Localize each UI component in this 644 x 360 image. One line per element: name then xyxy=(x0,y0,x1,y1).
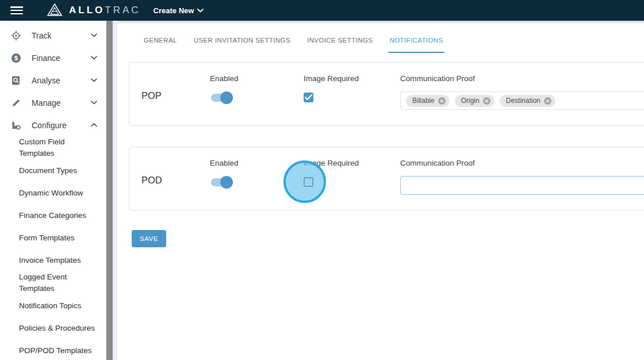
tag-origin: Origin ✕ xyxy=(455,95,494,107)
pop-enabled-toggle[interactable] xyxy=(211,91,232,104)
sidebar-item-track[interactable]: Track xyxy=(0,24,106,47)
main-panel: GENERAL USER INVITATION SETTINGS INVOICE… xyxy=(117,21,644,360)
sidebar-item-logged-event-templates[interactable]: Logged Event Templates xyxy=(0,271,106,294)
chevron-up-icon xyxy=(91,123,97,127)
hamburger-menu-icon[interactable] xyxy=(10,6,23,14)
sidebar-item-label: Configure xyxy=(32,121,91,130)
toggle-knob xyxy=(220,91,233,104)
pop-settings-card: POP Enabled Image Required Communication… xyxy=(129,62,644,126)
toggle-knob xyxy=(220,176,233,189)
svg-text:$: $ xyxy=(14,55,18,62)
panel-gap xyxy=(113,21,117,360)
sidebar-item-notification-topics[interactable]: Notification Topics xyxy=(0,294,106,317)
dollar-circle-icon: $ xyxy=(10,52,22,64)
remove-tag-icon[interactable]: ✕ xyxy=(544,97,551,105)
save-button[interactable]: SAVE xyxy=(132,230,166,247)
pod-card-title: POD xyxy=(141,175,210,186)
pop-card-title: POP xyxy=(141,90,210,101)
sidebar-item-document-types[interactable]: Document Types xyxy=(0,159,106,182)
sidebar-item-dynamic-workflow[interactable]: Dynamic Workflow xyxy=(0,182,106,204)
enabled-header: Enabled xyxy=(210,74,304,83)
tab-notifications[interactable]: NOTIFICATIONS xyxy=(388,33,444,53)
sidebar-item-policies-procedures[interactable]: Policies & Procedures xyxy=(0,317,106,339)
sidebar-item-form-templates[interactable]: Form Templates xyxy=(0,227,106,249)
chevron-down-icon xyxy=(91,56,97,60)
brand-text: ALLOTRAC xyxy=(69,5,141,16)
sidebar-item-analyse[interactable]: Analyse xyxy=(0,69,106,91)
allotrac-triangle-logo-icon xyxy=(46,3,63,18)
factory-gear-icon xyxy=(10,120,22,131)
sidebar-item-label: Finance xyxy=(32,53,91,63)
sidebar-item-label: Manage xyxy=(32,98,91,108)
chevron-down-icon xyxy=(91,78,97,82)
sidebar-item-finance[interactable]: $ Finance xyxy=(0,47,106,69)
sidebar-item-custom-field-templates[interactable]: Custom Field Templates xyxy=(0,136,106,159)
sidebar-item-invoice-templates[interactable]: Invoice Templates xyxy=(0,249,106,271)
chevron-down-icon xyxy=(91,33,97,37)
checkmark-icon xyxy=(305,94,312,101)
enabled-header: Enabled xyxy=(210,159,304,167)
sidebar-item-configure[interactable]: Configure xyxy=(0,114,106,136)
create-new-label: Create New xyxy=(154,6,194,15)
pod-enabled-toggle[interactable] xyxy=(211,176,232,189)
crosshair-location-icon xyxy=(10,30,22,41)
image-required-header: Image Required xyxy=(304,159,400,167)
sidebar-scrollbar[interactable] xyxy=(106,21,113,360)
document-search-icon xyxy=(10,75,22,86)
tag-destination: Destination ✕ xyxy=(500,95,555,107)
tab-user-invitation-settings[interactable]: USER INVITATION SETTINGS xyxy=(193,33,292,53)
chevron-down-icon xyxy=(197,9,204,13)
image-required-header: Image Required xyxy=(304,74,400,83)
pop-communication-proof-field[interactable]: Billable ✕ Origin ✕ Destination ✕ xyxy=(400,91,644,110)
allotrac-logo[interactable]: ALLOTRAC xyxy=(46,3,141,18)
pod-settings-card: POD Enabled Image Required Communication… xyxy=(129,147,644,210)
communication-proof-header: Communication Proof xyxy=(400,74,644,83)
pod-image-required-checkbox[interactable] xyxy=(304,177,313,187)
pod-communication-proof-field[interactable] xyxy=(400,176,644,195)
sidebar-item-label: Track xyxy=(32,31,91,40)
configure-sub-menu: Custom Field Templates Document Types Dy… xyxy=(0,136,106,360)
tag-billable: Billable ✕ xyxy=(406,95,450,107)
pencil-icon xyxy=(10,97,22,109)
chevron-down-icon xyxy=(91,101,97,105)
remove-tag-icon[interactable]: ✕ xyxy=(483,97,490,105)
sidebar-item-pop-pod-templates[interactable]: POP/POD Templates xyxy=(0,339,106,360)
sidebar-item-finance-categories[interactable]: Finance Categories xyxy=(0,204,106,227)
tab-general[interactable]: GENERAL xyxy=(143,33,178,53)
remove-tag-icon[interactable]: ✕ xyxy=(438,97,446,105)
tab-invoice-settings[interactable]: INVOICE SETTINGS xyxy=(306,33,374,53)
sidebar-nav: Track $ Finance Analyse xyxy=(0,21,106,360)
pop-image-required-checkbox[interactable] xyxy=(304,93,313,102)
sidebar-item-label: Analyse xyxy=(32,76,91,85)
sidebar-item-manage[interactable]: Manage xyxy=(0,91,106,114)
top-header-bar: ALLOTRAC Create New xyxy=(0,0,644,21)
create-new-menu[interactable]: Create New xyxy=(154,6,204,15)
communication-proof-header: Communication Proof xyxy=(400,159,644,167)
settings-tab-bar: GENERAL USER INVITATION SETTINGS INVOICE… xyxy=(117,24,644,53)
